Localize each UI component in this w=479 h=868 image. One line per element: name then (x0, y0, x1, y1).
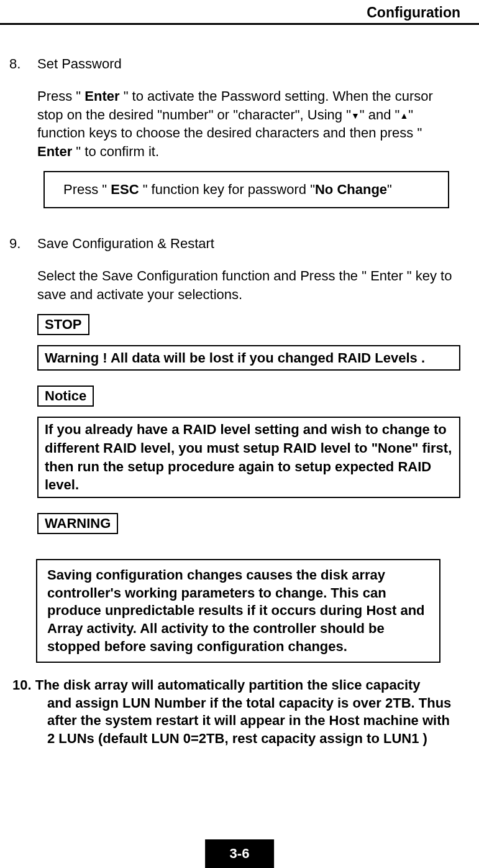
text-seg: " (387, 182, 392, 197)
text-seg: " and " (360, 107, 400, 122)
item-8: 8. Set Password Press " Enter " to activ… (6, 56, 460, 221)
item-10-line1: 10. The disk array will automatically pa… (12, 676, 454, 695)
notice-label: Notice (37, 386, 94, 407)
item-9-number: 9. (6, 236, 37, 544)
text-seg: Press " (37, 88, 84, 104)
warning-section: WARNING (37, 513, 460, 544)
stop-label: STOP (37, 314, 89, 335)
item-9-paragraph: Select the Save Configuration function a… (37, 267, 460, 303)
text-esc: ESC (111, 182, 139, 197)
header-title: Configuration (367, 4, 460, 21)
text-seg: " function key for password " (139, 182, 315, 197)
text-enter: Enter (84, 88, 119, 104)
notice-text-box: If you already have a RAID level setting… (37, 417, 460, 498)
up-arrow-icon: ▲ (399, 110, 408, 120)
warning-text-box: Saving configuration changes causes the … (36, 559, 440, 663)
text-enter: Enter (37, 144, 72, 159)
item-9: 9. Save Configuration & Restart Select t… (6, 236, 460, 544)
text-seg: Press " (63, 182, 111, 197)
text-nochange: No Change (315, 182, 387, 197)
down-arrow-icon: ▼ (351, 110, 360, 120)
item-8-paragraph: Press " Enter " to activate the Password… (37, 87, 460, 161)
stop-warning-box: Warning ! All data will be lost if you c… (37, 345, 460, 371)
item-8-title: Set Password (37, 56, 460, 72)
page-content: 8. Set Password Press " Enter " to activ… (0, 25, 479, 748)
item-10: 10. The disk array will automatically pa… (6, 675, 460, 747)
warning-label: WARNING (37, 513, 118, 534)
notice-section: Notice If you already have a RAID level … (37, 386, 460, 498)
item-10-continuation: and assign LUN Number if the total capac… (12, 695, 454, 748)
page-footer: 3-6 (205, 839, 275, 868)
page-number: 3-6 (230, 846, 250, 861)
page-header: Configuration (0, 0, 479, 25)
item-9-body: Save Configuration & Restart Select the … (37, 236, 460, 544)
stop-section: STOP Warning ! All data will be lost if … (37, 314, 460, 371)
item-8-number: 8. (6, 56, 37, 221)
item-8-esc-box: Press " ESC " function key for password … (43, 171, 449, 209)
item-8-body: Set Password Press " Enter " to activate… (37, 56, 460, 221)
item-9-title: Save Configuration & Restart (37, 236, 460, 252)
text-seg: " to confirm it. (72, 144, 159, 159)
